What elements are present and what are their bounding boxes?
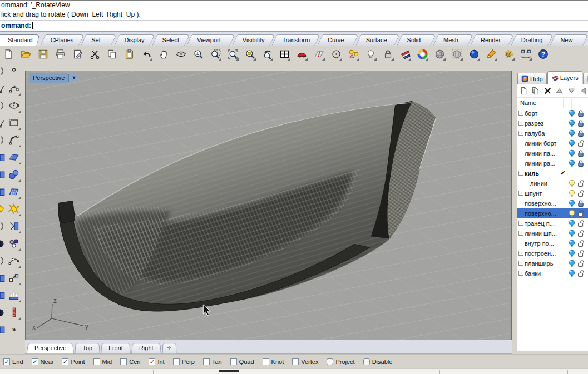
- partial-gray-button[interactable]: [0, 253, 7, 268]
- layer-visibility-cell[interactable]: [567, 139, 576, 148]
- panel-tab-help[interactable]: ?Help: [517, 73, 547, 84]
- layer-name[interactable]: борт: [525, 110, 560, 117]
- layer-name[interactable]: линии шп...: [525, 230, 560, 237]
- osnap-knot[interactable]: Knot: [263, 358, 284, 365]
- help-button[interactable]: ?: [536, 48, 550, 61]
- save-file-button[interactable]: [36, 48, 50, 61]
- partial-gray-button[interactable]: [0, 133, 7, 147]
- toolbar-tab-visibility[interactable]: Visibility: [235, 34, 273, 46]
- hide-lightbulb-button[interactable]: [364, 48, 377, 61]
- osnap-tan[interactable]: Tan: [203, 358, 222, 365]
- expand-icon[interactable]: +: [518, 251, 523, 256]
- lock-open-icon[interactable]: [576, 179, 585, 188]
- layer-visibility-cell[interactable]: [567, 249, 576, 258]
- lock-open-icon[interactable]: [576, 259, 585, 268]
- rotate-view-button[interactable]: [174, 48, 187, 61]
- layer-expander[interactable]: +: [517, 231, 525, 236]
- layer-lock-cell[interactable]: [576, 209, 585, 218]
- explode-button[interactable]: [7, 202, 21, 216]
- layer-visibility-cell[interactable]: [567, 119, 576, 128]
- toolbar-tab-surface-tools[interactable]: Surface Tools: [358, 34, 397, 46]
- copy-button[interactable]: [105, 48, 118, 61]
- layer-expander[interactable]: +: [517, 111, 525, 116]
- layer-lock-cell[interactable]: [576, 249, 585, 258]
- control-point-curve-button[interactable]: [7, 81, 21, 96]
- panel-tab-hidden[interactable]: [583, 73, 588, 84]
- options-gears-button[interactable]: [502, 48, 515, 61]
- osnap-end[interactable]: ✓End: [3, 358, 23, 365]
- expand-icon[interactable]: +: [518, 191, 523, 196]
- bulb-blue-icon[interactable]: [567, 159, 576, 168]
- partial-dark-button[interactable]: [0, 305, 7, 320]
- partial-dark-button[interactable]: [0, 236, 7, 251]
- layer-visibility-cell[interactable]: [567, 199, 576, 208]
- partial-gray-button[interactable]: [0, 98, 7, 113]
- layer-row-транец-п-[interactable]: +транец п...: [517, 218, 588, 228]
- copy-layer-button[interactable]: [531, 86, 541, 96]
- osnap-mid-checkbox[interactable]: [93, 358, 100, 365]
- expand-icon[interactable]: +: [518, 261, 523, 266]
- new-layer-button[interactable]: [519, 86, 528, 96]
- layer-row-линии-па-[interactable]: линии па...: [517, 148, 588, 158]
- toolbar-tab-new-in-v5[interactable]: New in V5: [552, 34, 586, 46]
- osnap-disable[interactable]: Disable: [363, 358, 393, 365]
- delete-layer-button[interactable]: [543, 86, 552, 96]
- bulb-blue-icon[interactable]: [567, 229, 576, 238]
- layer-lock-cell[interactable]: [576, 219, 585, 228]
- zoom-back-button[interactable]: [260, 48, 274, 61]
- bulb-blue-icon[interactable]: [567, 249, 576, 258]
- layer-row-поверхно-[interactable]: поверхно...: [517, 208, 588, 218]
- command-input[interactable]: ommand:: [0, 21, 588, 31]
- osnap-tan-checkbox[interactable]: [203, 358, 210, 365]
- toolbar-tab-viewport-layout[interactable]: Viewport Layout: [189, 34, 233, 46]
- lock-closed-icon[interactable]: [576, 129, 585, 138]
- lock-closed-icon[interactable]: [576, 149, 585, 158]
- layer-expander[interactable]: +: [517, 121, 525, 126]
- osnap-disable-checkbox[interactable]: [363, 358, 370, 365]
- ellipse-button[interactable]: [7, 98, 21, 113]
- layer-visibility-cell[interactable]: [567, 239, 576, 248]
- layer-lock-cell[interactable]: [576, 139, 585, 148]
- lock-open-icon[interactable]: [576, 269, 585, 278]
- osnap-point-checkbox[interactable]: ✓: [62, 358, 68, 365]
- osnap-project-checkbox[interactable]: [327, 358, 333, 365]
- toolbar-tab-standard[interactable]: Standard: [0, 34, 41, 46]
- layer-lock-cell[interactable]: [576, 119, 585, 128]
- bulb-blue-icon[interactable]: [567, 239, 576, 248]
- layer-expander[interactable]: +: [517, 261, 525, 266]
- layer-name[interactable]: палуба: [525, 130, 560, 137]
- layer-row-киль[interactable]: −киль✔: [517, 168, 588, 178]
- layer-lock-cell[interactable]: [576, 149, 585, 158]
- partial-yellow-button[interactable]: [0, 202, 7, 216]
- expand-icon[interactable]: +: [518, 111, 523, 116]
- collapse-icon[interactable]: −: [518, 171, 523, 176]
- layer-row-линии-борт[interactable]: линии борт: [517, 138, 588, 148]
- toolbar-tab-display[interactable]: Display: [117, 34, 152, 46]
- bulb-yellow-icon[interactable]: [567, 189, 576, 198]
- layer-visibility-cell[interactable]: [567, 209, 576, 218]
- lock-open-icon[interactable]: [576, 239, 585, 248]
- move-down-button[interactable]: [567, 86, 576, 96]
- toolbar-tab-drafting[interactable]: Drafting: [513, 34, 551, 46]
- expand-icon[interactable]: +: [518, 131, 523, 136]
- layer-expander[interactable]: +: [517, 191, 525, 196]
- layer-name[interactable]: линии борт: [525, 140, 560, 147]
- surface-from-mesh-button[interactable]: [7, 184, 21, 199]
- osnap-vertex-checkbox[interactable]: [292, 358, 299, 365]
- copy-object-button[interactable]: [7, 271, 21, 285]
- layer-name[interactable]: внутр по...: [525, 240, 560, 247]
- layer-name[interactable]: транец п...: [525, 220, 560, 227]
- lock-open-icon[interactable]: [576, 189, 585, 198]
- new-file-button[interactable]: [2, 48, 15, 61]
- expand-icon[interactable]: +: [518, 231, 523, 236]
- zoom-dynamic-button[interactable]: ±: [191, 48, 205, 61]
- layer-row-планширь[interactable]: +планширь: [517, 258, 588, 268]
- layer-name[interactable]: банки: [525, 270, 560, 277]
- toolbar-tab-select[interactable]: Select: [155, 34, 187, 46]
- layer-expander[interactable]: +: [517, 271, 525, 276]
- toolbar-tab-cplanes[interactable]: CPlanes: [43, 34, 82, 46]
- partial-blue-button[interactable]: [0, 322, 7, 337]
- layer-lock-cell[interactable]: [576, 189, 585, 198]
- viewport-canvas[interactable]: z x y: [26, 71, 511, 340]
- osnap-quad[interactable]: Quad: [230, 358, 254, 365]
